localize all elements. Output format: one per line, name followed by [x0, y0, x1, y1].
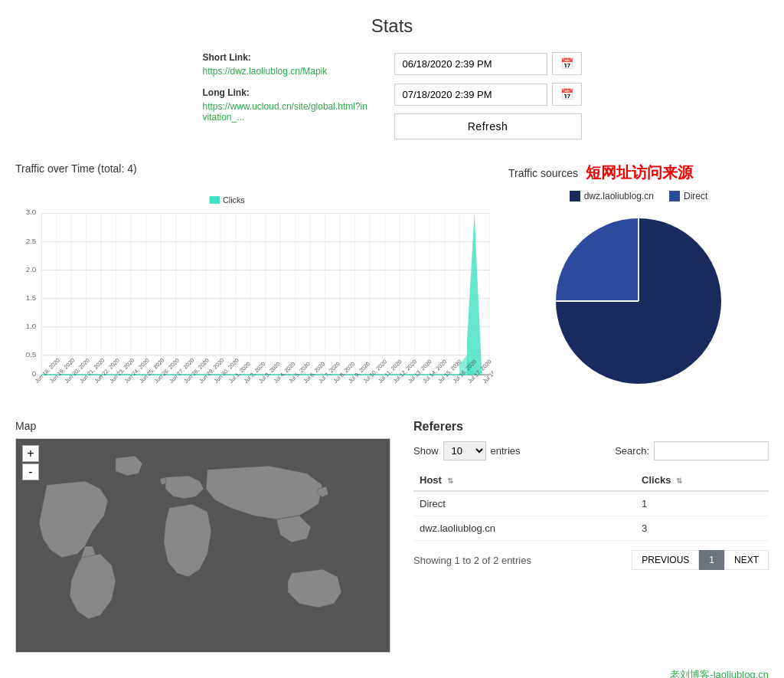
long-link-url[interactable]: https://www.ucloud.cn/site/global.html?i… [203, 101, 371, 123]
zoom-out-button[interactable]: - [22, 463, 39, 480]
host-cell: dwz.laoliublog.cn [413, 516, 635, 541]
short-link-label: Short Link: [203, 52, 371, 63]
traffic-sources-legend: dwz.laoliublog.cn Direct [508, 191, 769, 201]
svg-text:2.0: 2.0 [26, 265, 37, 273]
clicks-column-header[interactable]: Clicks ⇅ [635, 470, 769, 491]
svg-text:1.5: 1.5 [26, 293, 37, 302]
refresh-button[interactable]: Refresh [394, 113, 582, 139]
traffic-time-chart: Clicks 3.0 2.5 2.0 1.5 1.0 0.5 0 [15, 182, 493, 397]
legend-label-direct: Direct [684, 191, 707, 201]
map-section: Map + - [15, 420, 390, 653]
show-row: Show 10 25 50 100 entries [413, 441, 521, 460]
world-map-svg [16, 439, 390, 653]
footer-link[interactable]: 老刘博客-laoliublog.cn [670, 669, 769, 678]
showing-text: Showing 1 to 2 of 2 entries [413, 555, 531, 566]
page-title: Stats [15, 15, 769, 37]
legend-label-dwz: dwz.laoliublog.cn [584, 191, 654, 201]
legend-item-direct: Direct [669, 191, 707, 201]
stats-form: Short Link: https://dwz.laoliublog.cn/Ma… [15, 52, 769, 139]
traffic-time-title: Traffic over Time (total: 4) [15, 162, 493, 175]
date-to-input[interactable] [394, 84, 547, 106]
map-title: Map [15, 420, 390, 432]
search-input[interactable] [654, 441, 769, 460]
show-label: Show [413, 445, 439, 457]
long-link-block: Long Link: https://www.ucloud.cn/site/gl… [203, 87, 371, 123]
search-row: Search: [615, 441, 769, 460]
host-column-header[interactable]: Host ⇅ [413, 470, 635, 491]
clicks-sort-icon: ⇅ [676, 477, 682, 485]
zoom-in-button[interactable]: + [22, 445, 39, 462]
footer: 老刘博客-laoliublog.cn [15, 668, 769, 678]
svg-text:0.5: 0.5 [26, 350, 37, 359]
host-cell: Direct [413, 491, 635, 516]
date-from-input[interactable] [394, 53, 547, 75]
charts-row: Traffic over Time (total: 4) Clicks 3.0 … [15, 162, 769, 397]
legend-dot-direct [669, 191, 680, 201]
map-controls: + - [22, 445, 39, 480]
host-sort-icon: ⇅ [447, 477, 453, 485]
svg-text:1.0: 1.0 [26, 322, 37, 330]
date-from-row: 📅 [394, 52, 582, 75]
long-link-label: Long Link: [203, 87, 371, 98]
calendar-from-button[interactable]: 📅 [552, 52, 582, 75]
links-section: Short Link: https://dwz.laoliublog.cn/Ma… [203, 52, 371, 139]
date-to-row: 📅 [394, 83, 582, 106]
traffic-time-section: Traffic over Time (total: 4) Clicks 3.0 … [15, 162, 493, 397]
pagination: PREVIOUS 1 NEXT [632, 550, 769, 570]
next-button[interactable]: NEXT [724, 550, 769, 570]
page-1-button[interactable]: 1 [699, 550, 724, 570]
svg-rect-0 [210, 196, 220, 204]
referers-title: Referers [413, 420, 769, 434]
table-footer: Showing 1 to 2 of 2 entries PREVIOUS 1 N… [413, 550, 769, 570]
pie-chart-svg [547, 209, 730, 393]
svg-text:Clicks: Clicks [223, 195, 245, 205]
search-label: Search: [615, 445, 649, 457]
calendar-to-icon: 📅 [560, 88, 573, 100]
referers-section: Referers Show 10 25 50 100 entries Searc… [413, 420, 769, 653]
clicks-cell: 1 [635, 491, 769, 516]
svg-marker-47 [467, 214, 482, 375]
map-container: + - [15, 438, 390, 653]
calendar-from-icon: 📅 [560, 57, 573, 70]
entries-select[interactable]: 10 25 50 100 [443, 441, 486, 460]
svg-text:2.5: 2.5 [26, 237, 37, 245]
calendar-to-button[interactable]: 📅 [552, 83, 582, 106]
traffic-time-svg: Clicks 3.0 2.5 2.0 1.5 1.0 0.5 0 [15, 182, 493, 397]
traffic-sources-section: Traffic sources 短网址访问来源 dwz.laoliublog.c… [508, 162, 769, 393]
sources-header: Traffic sources 短网址访问来源 [508, 162, 769, 183]
short-link-url[interactable]: https://dwz.laoliublog.cn/Mapik [203, 66, 371, 77]
pie-chart-container [508, 209, 769, 393]
bottom-row: Map + - [15, 420, 769, 653]
traffic-sources-title: Traffic sources [508, 167, 578, 179]
traffic-sources-subtitle: 短网址访问来源 [586, 162, 693, 183]
table-row: Direct1 [413, 491, 769, 516]
short-link-block: Short Link: https://dwz.laoliublog.cn/Ma… [203, 52, 371, 77]
referers-table: Host ⇅ Clicks ⇅ Direct1dwz.laoliublog.cn… [413, 470, 769, 541]
svg-text:3.0: 3.0 [26, 208, 37, 217]
table-row: dwz.laoliublog.cn3 [413, 516, 769, 541]
legend-dot-dwz [570, 191, 580, 201]
entries-label: entries [491, 445, 521, 457]
referers-controls: Show 10 25 50 100 entries Search: [413, 441, 769, 460]
date-controls: 📅 📅 Refresh [394, 52, 582, 139]
clicks-cell: 3 [635, 516, 769, 541]
legend-item-dwz: dwz.laoliublog.cn [570, 191, 654, 201]
table-header-row: Host ⇅ Clicks ⇅ [413, 470, 769, 491]
prev-button[interactable]: PREVIOUS [632, 550, 699, 570]
